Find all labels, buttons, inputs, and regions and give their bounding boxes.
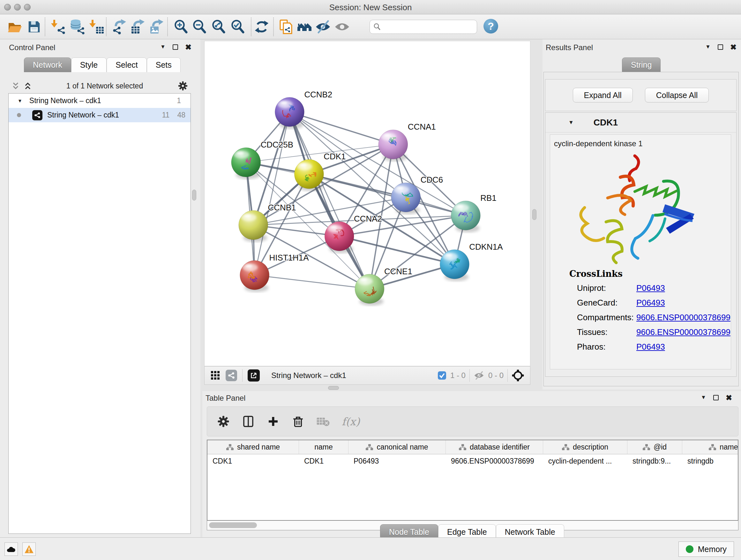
zoom-fit-button[interactable] <box>210 18 227 36</box>
panel-menu-icon[interactable]: ▼ <box>701 394 706 401</box>
save-session-button[interactable] <box>25 18 43 36</box>
export-image-button[interactable] <box>148 18 165 36</box>
cloud-status-button[interactable] <box>4 543 18 556</box>
network-node-count: 11 <box>162 111 170 119</box>
zoom-in-icon <box>173 18 190 35</box>
close-panel-icon[interactable]: ✖ <box>730 44 737 50</box>
grid-view-icon[interactable] <box>210 370 220 381</box>
help-button[interactable]: ? <box>483 19 498 34</box>
birds-eye-crosshair-icon[interactable] <box>512 369 524 382</box>
table-panel: Table Panel ▼ ✖ <box>202 391 741 537</box>
column-header-name[interactable]: name <box>299 440 348 454</box>
column-header-description[interactable]: description <box>543 440 627 454</box>
import-network-file-button[interactable] <box>50 18 67 36</box>
crosslink-link[interactable]: P06493 <box>636 298 665 308</box>
column-label: description <box>573 443 608 451</box>
first-neighbors-button[interactable] <box>296 18 313 36</box>
column-header-canonical-name[interactable]: canonical name <box>348 440 446 454</box>
search-input[interactable] <box>381 22 471 32</box>
network-collection-row[interactable]: ▼ String Network – cdk1 1 <box>9 94 191 108</box>
node-table[interactable]: shared namenamecanonical namedatabase id… <box>207 440 738 521</box>
panel-menu-icon[interactable]: ▼ <box>705 44 711 50</box>
show-columns-icon[interactable] <box>242 415 255 428</box>
column-header--id[interactable]: @id <box>627 440 682 454</box>
network-view-title: String Network – cdk1 <box>271 371 346 380</box>
control-panel-title: Control Panel <box>9 43 55 52</box>
apply-layout-button[interactable] <box>253 18 270 36</box>
column-header-database-identifier[interactable]: database identifier <box>446 440 543 454</box>
search-icon <box>373 23 381 31</box>
network-list-header: 1 of 1 Network selected <box>8 78 191 93</box>
table-cell: 9606.ENSP00000378699 <box>446 454 543 468</box>
eye-icon <box>334 18 350 35</box>
tab-sets[interactable]: Sets <box>147 57 181 72</box>
float-panel-icon[interactable] <box>713 395 719 400</box>
tab-style[interactable]: Style <box>71 57 107 72</box>
column-header-shared-name[interactable]: shared name <box>207 440 299 454</box>
section-expander-icon[interactable]: ▼ <box>568 119 574 126</box>
node-label-CCNA1: CCNA1 <box>408 122 436 131</box>
table-cell: cyclin-dependent ... <box>543 454 627 468</box>
show-all-button[interactable] <box>333 18 351 36</box>
import-network-from-database-button[interactable] <box>68 18 85 36</box>
zoom-out-button[interactable] <box>191 18 208 36</box>
zoom-selected-button[interactable] <box>229 18 247 36</box>
results-panel-title: Results Panel <box>546 43 593 52</box>
memory-label: Memory <box>698 545 727 554</box>
crosslink-label: Pharos: <box>577 342 636 352</box>
network-share-view-icon[interactable] <box>226 370 237 381</box>
results-tab-string[interactable]: String <box>622 57 661 72</box>
tab-network[interactable]: Network <box>24 57 71 72</box>
import-table-file-button[interactable] <box>88 18 105 36</box>
table-options-gear-icon[interactable] <box>217 415 230 428</box>
crosslink-link[interactable]: 9606.ENSP00000378699 <box>636 327 731 337</box>
open-session-button[interactable] <box>6 18 23 36</box>
collection-expander-icon[interactable]: ▼ <box>17 98 22 104</box>
shared-column-tree-icon <box>459 444 467 451</box>
float-panel-icon[interactable] <box>173 44 178 50</box>
export-network-button[interactable] <box>111 18 128 36</box>
column-label: database identifier <box>470 443 530 451</box>
collapse-all-button[interactable]: Collapse All <box>645 88 709 103</box>
zoom-out-icon <box>192 18 208 35</box>
zoom-selected-icon <box>230 18 246 35</box>
memory-button[interactable]: Memory <box>678 542 734 557</box>
toolbar-search[interactable] <box>369 20 477 34</box>
delete-table-icon <box>316 416 330 427</box>
network-row[interactable]: String Network – cdk1 11 48 <box>9 108 191 122</box>
selected-checkbox-icon[interactable] <box>437 371 447 380</box>
collapse-all-icon[interactable] <box>11 82 20 90</box>
network-type-icon <box>32 110 43 120</box>
delete-column-trash-icon[interactable] <box>291 415 305 428</box>
hide-selected-button[interactable] <box>314 18 332 36</box>
vertical-splitter-handle[interactable] <box>192 190 196 200</box>
scrollbar-thumb[interactable] <box>209 522 257 528</box>
create-column-plus-icon[interactable] <box>266 415 280 428</box>
clone-network-button[interactable] <box>277 18 294 36</box>
zoom-in-button[interactable] <box>173 18 190 36</box>
expand-all-button[interactable]: Expand All <box>573 88 633 103</box>
panel-menu-icon[interactable]: ▼ <box>160 44 165 50</box>
network-options-gear-icon[interactable] <box>178 80 188 91</box>
tab-select[interactable]: Select <box>107 57 146 72</box>
title-bar: Session: New Session <box>0 0 741 14</box>
vertical-splitter-handle[interactable] <box>532 209 536 220</box>
crosslink-link[interactable]: P06493 <box>636 342 665 352</box>
close-panel-icon[interactable]: ✖ <box>185 44 192 50</box>
import-network-icon <box>50 18 67 35</box>
protein-section-header[interactable]: ▼ CDK1 <box>545 113 736 132</box>
float-panel-icon[interactable] <box>718 44 723 50</box>
crosslink-row: Tissues:9606.ENSP00000378699 <box>550 325 731 339</box>
network-canvas[interactable]: CCNB2CCNA1CDC25BCDK1CDC6RB1CCNB1CCNA2CDK… <box>204 41 530 366</box>
detach-view-icon[interactable] <box>248 369 260 381</box>
crosslink-link[interactable]: P06493 <box>636 283 665 293</box>
refresh-icon <box>254 19 270 35</box>
table-row[interactable]: CDK1CDK1P064939606.ENSP00000378699cyclin… <box>207 454 738 468</box>
expand-all-icon[interactable] <box>23 82 32 90</box>
horizontal-splitter-handle[interactable] <box>328 386 339 390</box>
export-table-button[interactable] <box>129 18 146 36</box>
column-header-namespace[interactable]: namespace <box>682 440 738 454</box>
crosslink-link[interactable]: 9606.ENSP00000378699 <box>636 313 731 322</box>
close-panel-icon[interactable]: ✖ <box>726 395 732 400</box>
warnings-button[interactable] <box>22 543 36 556</box>
